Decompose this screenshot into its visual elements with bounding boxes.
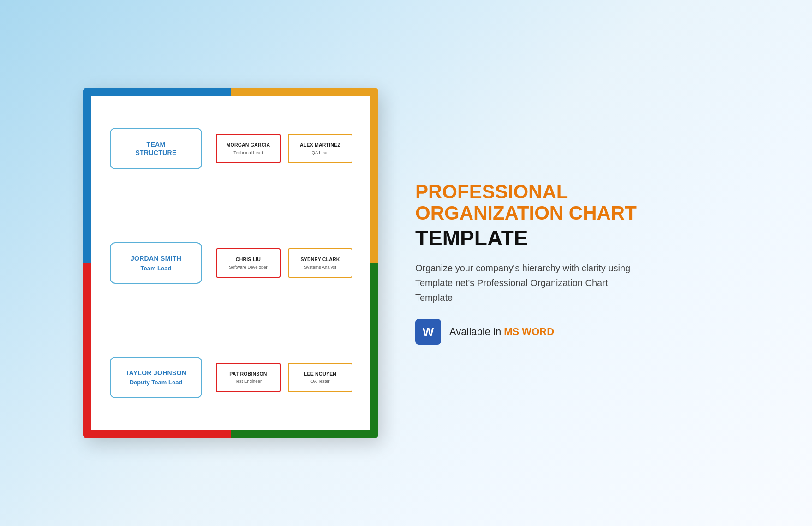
main-container: TEAM STRUCTURE MORGAN GARCIA Technical L… <box>83 88 729 438</box>
available-row: W Available in MS WORD <box>415 319 729 345</box>
headline-group: PROFESSIONALORGANIZATION CHART TEMPLATE <box>415 181 729 251</box>
lee-name: LEE NGUYEN <box>304 371 336 377</box>
description: Organize your company's hierarchy with c… <box>415 261 646 305</box>
team-structure-name: TEAM STRUCTURE <box>135 140 176 157</box>
alex-name: ALEX MARTINEZ <box>300 142 340 149</box>
person-cards-row2: CHRIS LIU Software Developer SYDNEY CLAR… <box>216 248 352 278</box>
pat-name: PAT ROBINSON <box>229 371 267 377</box>
word-icon: W <box>415 319 441 345</box>
role-box-team-structure: TEAM STRUCTURE <box>110 128 202 169</box>
morgan-role: Technical Lead <box>233 150 263 155</box>
info-panel: PROFESSIONALORGANIZATION CHART TEMPLATE … <box>415 181 729 345</box>
morgan-name: MORGAN GARCIA <box>227 142 270 149</box>
person-card-lee: LEE NGUYEN QA Tester <box>288 363 352 392</box>
person-card-chris: CHRIS LIU Software Developer <box>216 248 281 278</box>
sydney-role: Systems Analyst <box>304 264 336 269</box>
available-text: Available in MS WORD <box>449 326 554 338</box>
person-card-sydney: SYDNEY CLARK Systems Analyst <box>288 248 352 278</box>
border-left <box>83 88 91 438</box>
word-icon-letter: W <box>423 325 434 339</box>
headline-orange: PROFESSIONALORGANIZATION CHART <box>415 181 729 224</box>
lee-role: QA Tester <box>310 378 330 383</box>
taylor-name: TAYLOR JOHNSON <box>125 369 187 377</box>
alex-role: QA Lead <box>312 150 329 155</box>
pat-role: Test Engineer <box>235 378 262 383</box>
headline-black: TEMPLATE <box>415 226 729 251</box>
role-box-jordan: JORDAN SMITH Team Lead <box>110 242 202 284</box>
divider-2 <box>110 320 352 320</box>
doc-inner: TEAM STRUCTURE MORGAN GARCIA Technical L… <box>91 96 370 430</box>
jordan-name: JORDAN SMITH <box>131 254 181 263</box>
person-card-morgan: MORGAN GARCIA Technical Lead <box>216 134 281 163</box>
jordan-title: Team Lead <box>141 265 172 272</box>
border-right <box>370 88 378 438</box>
divider-1 <box>110 206 352 206</box>
available-label: Available in <box>449 326 501 337</box>
doc-card: TEAM STRUCTURE MORGAN GARCIA Technical L… <box>83 88 378 438</box>
ms-word-label: MS WORD <box>504 326 554 337</box>
taylor-title: Deputy Team Lead <box>130 379 183 386</box>
person-cards-row3: PAT ROBINSON Test Engineer LEE NGUYEN QA… <box>216 363 352 392</box>
org-row-2: JORDAN SMITH Team Lead CHRIS LIU Softwar… <box>110 242 352 284</box>
person-cards-row1: MORGAN GARCIA Technical Lead ALEX MARTIN… <box>216 134 352 163</box>
role-box-taylor: TAYLOR JOHNSON Deputy Team Lead <box>110 357 202 398</box>
org-row-3: TAYLOR JOHNSON Deputy Team Lead PAT ROBI… <box>110 357 352 398</box>
chris-name: CHRIS LIU <box>236 257 261 263</box>
chris-role: Software Developer <box>229 264 267 269</box>
person-card-alex: ALEX MARTINEZ QA Lead <box>288 134 352 163</box>
sydney-name: SYDNEY CLARK <box>300 257 340 263</box>
person-card-pat: PAT ROBINSON Test Engineer <box>216 363 281 392</box>
org-row-1: TEAM STRUCTURE MORGAN GARCIA Technical L… <box>110 128 352 169</box>
